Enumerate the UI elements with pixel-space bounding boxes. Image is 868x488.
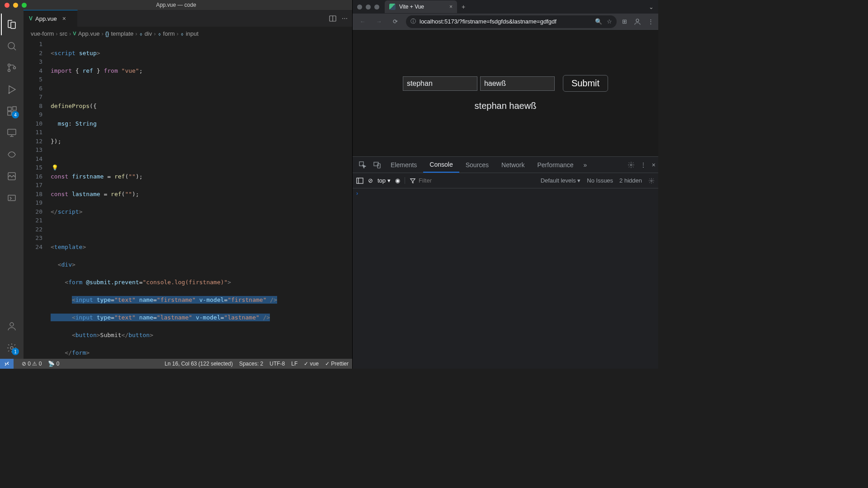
ports-count[interactable]: 📡 0	[48, 361, 59, 367]
devtools-menu-icon[interactable]: ⋮	[640, 161, 646, 169]
console-output[interactable]: ›	[353, 188, 658, 369]
tab-label: App.vue	[35, 15, 57, 22]
browser-menu-icon[interactable]: ⋮	[648, 18, 654, 25]
browser-toolbar: ← → ⟳ ⓘ localhost:5173/?firstname=fsdgfd…	[353, 14, 658, 30]
activity-icon-2[interactable]	[1, 165, 23, 187]
site-info-icon[interactable]: ⓘ	[410, 18, 416, 25]
line-numbers: 123456789101112131415161718192021222324	[24, 40, 51, 359]
breadcrumb-item[interactable]: V App.vue	[73, 30, 99, 37]
devtools-tab-console[interactable]: Console	[423, 157, 459, 173]
code-content[interactable]: <script setup> import { ref } from "vue"…	[51, 40, 352, 359]
editor-tab-app-vue[interactable]: V App.vue ×	[24, 10, 78, 27]
new-tab-icon[interactable]: +	[462, 3, 465, 10]
devtools-settings-icon[interactable]	[627, 161, 635, 169]
close-window-icon[interactable]	[357, 5, 362, 9]
svg-point-4	[14, 67, 16, 69]
settings-gear-icon[interactable]: 1	[1, 337, 23, 359]
url-text: localhost:5173/?firstname=fsdgfds&lastna…	[420, 18, 557, 25]
more-actions-icon[interactable]: ⋯	[342, 15, 348, 22]
clear-console-icon[interactable]: ⊘	[368, 177, 373, 184]
reload-icon[interactable]: ⟳	[390, 18, 401, 25]
minimize-window-icon[interactable]	[366, 5, 371, 9]
indentation[interactable]: Spaces: 2	[239, 361, 263, 367]
chevron-down-icon[interactable]: ⌄	[649, 4, 654, 10]
encoding[interactable]: UTF-8	[269, 361, 285, 367]
cursor-position[interactable]: Ln 16, Col 63 (122 selected)	[165, 361, 233, 367]
remote-indicator-icon[interactable]	[0, 359, 14, 369]
profile-avatar-icon[interactable]	[633, 18, 642, 26]
url-bar[interactable]: ⓘ localhost:5173/?firstname=fsdgfds&last…	[406, 15, 617, 28]
lastname-input[interactable]	[480, 76, 555, 91]
svg-rect-7	[8, 107, 11, 111]
browser-window: Vite + Vue × + ⌄ ← → ⟳ ⓘ localhost:5173/…	[352, 0, 658, 369]
devtools-close-icon[interactable]: ×	[652, 161, 656, 169]
breadcrumb-item[interactable]: {} template	[105, 30, 134, 37]
live-expression-icon[interactable]: ◉	[395, 177, 400, 184]
run-debug-icon[interactable]	[1, 79, 23, 100]
forward-icon[interactable]: →	[373, 18, 384, 25]
explorer-icon[interactable]	[1, 14, 23, 35]
account-icon[interactable]	[1, 315, 23, 337]
vite-favicon-icon	[389, 4, 396, 10]
back-icon[interactable]: ←	[357, 18, 368, 25]
submit-button[interactable]: Submit	[563, 75, 608, 92]
context-selector[interactable]: top▾	[377, 177, 391, 184]
svg-line-1	[14, 48, 16, 50]
console-filter-input[interactable]	[419, 177, 495, 184]
activity-icon-1[interactable]	[1, 144, 23, 165]
svg-point-0	[8, 42, 14, 49]
editor-area: V App.vue × ⋯ vue-form › src › V App.vue…	[24, 10, 352, 359]
vue-file-icon: V	[29, 15, 33, 22]
breadcrumb-item[interactable]: ⬨ form	[158, 30, 175, 37]
svg-point-2	[8, 64, 10, 66]
issues-indicator[interactable]: No Issues	[587, 177, 613, 184]
close-tab-icon[interactable]: ×	[449, 4, 453, 10]
close-tab-icon[interactable]: ×	[62, 15, 66, 22]
code-editor[interactable]: 123456789101112131415161718192021222324 …	[24, 40, 352, 359]
zoom-icon[interactable]: 🔍	[595, 18, 602, 25]
device-toolbar-icon[interactable]	[370, 161, 384, 169]
devtools-tab-sources[interactable]: Sources	[459, 157, 495, 173]
activity-icon-3[interactable]	[1, 187, 23, 209]
devtools-tab-elements[interactable]: Elements	[384, 157, 423, 173]
inspect-element-icon[interactable]	[355, 161, 370, 169]
console-settings-icon[interactable]	[648, 178, 655, 184]
eol[interactable]: LF	[291, 361, 297, 367]
devtools-tab-network[interactable]: Network	[495, 157, 531, 173]
extensions-puzzle-icon[interactable]: ⊞	[622, 18, 627, 25]
maximize-window-icon[interactable]	[374, 5, 379, 9]
svg-rect-15	[8, 195, 15, 201]
breadcrumb-item[interactable]: ⬨ input	[180, 30, 198, 37]
more-tabs-icon[interactable]: »	[580, 161, 591, 169]
prettier-status[interactable]: ✓ Prettier	[325, 361, 349, 367]
browser-tab[interactable]: Vite + Vue ×	[385, 0, 457, 13]
svg-rect-8	[8, 112, 11, 115]
browser-traffic-lights	[357, 5, 379, 9]
console-sidebar-icon[interactable]	[356, 177, 363, 184]
breadcrumb-item[interactable]: ⬨ div	[139, 30, 152, 37]
firstname-input[interactable]	[403, 76, 477, 91]
status-bar: ⊘ 0 ⚠ 0 📡 0 Ln 16, Col 63 (122 selected)…	[0, 359, 352, 369]
page-viewport: Submit stephan haewß	[353, 30, 658, 156]
window-title: App.vue — code	[0, 2, 352, 8]
hidden-count[interactable]: 2 hidden	[619, 177, 642, 184]
errors-count[interactable]: ⊘ 0 ⚠ 0	[22, 361, 42, 367]
source-control-icon[interactable]	[1, 57, 23, 79]
log-levels-selector[interactable]: Default levels ▾	[541, 177, 581, 184]
split-editor-icon[interactable]	[329, 15, 336, 22]
search-icon[interactable]	[1, 35, 23, 57]
console-prompt-icon: ›	[356, 190, 358, 197]
bookmark-star-icon[interactable]: ☆	[607, 18, 612, 25]
breadcrumb-item[interactable]: src	[60, 30, 67, 37]
devtools-panel: Elements Console Sources Network Perform…	[353, 156, 658, 369]
demo-form: Submit	[403, 75, 608, 92]
devtools-tab-performance[interactable]: Performance	[531, 157, 580, 173]
language-mode[interactable]: ✓ vue	[304, 361, 319, 367]
breadcrumb-item[interactable]: vue-form	[31, 30, 54, 37]
remote-explorer-icon[interactable]	[1, 122, 23, 144]
breadcrumbs[interactable]: vue-form › src › V App.vue › {} template…	[24, 27, 352, 40]
settings-badge: 1	[12, 348, 19, 355]
svg-point-16	[10, 323, 14, 326]
devtools-tabs: Elements Console Sources Network Perform…	[353, 157, 658, 173]
extensions-icon[interactable]: 4	[1, 100, 23, 122]
